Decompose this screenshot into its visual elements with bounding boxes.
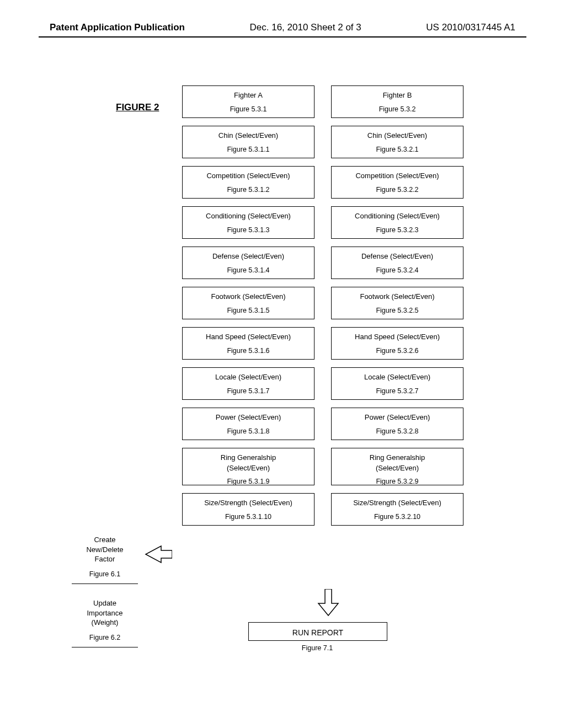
fighter-b-row-7-fig: Figure 5.3.2.7 <box>334 386 461 396</box>
fighter-a-row-7-fig: Figure 5.3.1.7 <box>185 386 312 396</box>
fighter-b-row-4-label: Defense (Select/Even) <box>334 251 461 262</box>
fighter-a-header-fig: Figure 5.3.1 <box>185 104 312 114</box>
side2-line3: (Weight) <box>72 618 138 628</box>
fighter-a-row-7: Locale (Select/Even)Figure 5.3.1.7 <box>182 367 315 400</box>
fighter-b-row-2: Competition (Select/Even)Figure 5.3.2.2 <box>331 166 463 199</box>
fighter-a-row-2: Competition (Select/Even)Figure 5.3.1.2 <box>182 166 315 199</box>
fighter-b-row-8-fig: Figure 5.3.2.8 <box>334 426 461 436</box>
side1-line3: Factor <box>72 554 138 564</box>
run-report-label: RUN REPORT <box>292 628 343 637</box>
fighter-a-row-9-label: Ring Generalship(Select/Even) <box>185 453 312 474</box>
fighter-a-row-3-label: Conditioning (Select/Even) <box>185 211 312 222</box>
fighter-a-row-10-label: Size/Strength (Select/Even) <box>185 498 312 508</box>
fighter-a-row-4-label: Defense (Select/Even) <box>185 251 312 262</box>
fighter-b-row-5-fig: Figure 5.3.2.5 <box>334 306 461 315</box>
side1-line2: New/Delete <box>72 545 138 555</box>
fighter-b-row-8: Power (Select/Even)Figure 5.3.2.8 <box>331 408 463 440</box>
fighter-b-row-3: Conditioning (Select/Even)Figure 5.3.2.3 <box>331 206 463 239</box>
fighter-a-row-6: Hand Speed (Select/Even)Figure 5.3.1.6 <box>182 327 315 360</box>
fighter-b-row-1: Chin (Select/Even)Figure 5.3.2.1 <box>331 126 463 158</box>
fighter-a-row-8-label: Power (Select/Even) <box>185 413 312 423</box>
header-right: US 2010/0317445 A1 <box>426 22 515 33</box>
arrow-left-icon <box>145 545 172 564</box>
fighter-b-row-2-fig: Figure 5.3.2.2 <box>334 185 461 195</box>
update-weight-box: Update Importance (Weight) Figure 6.2 <box>72 598 138 647</box>
fighter-b-row-10-label: Size/Strength (Select/Even) <box>334 498 461 508</box>
fighter-b-row-4-fig: Figure 5.3.2.4 <box>334 265 461 275</box>
run-report-figref: Figure 7.1 <box>248 644 386 652</box>
fighter-a-row-10: Size/Strength (Select/Even)Figure 5.3.1.… <box>182 493 315 526</box>
fighter-a-row-7-label: Locale (Select/Even) <box>185 372 312 383</box>
fighter-b-row-5: Footwork (Select/Even)Figure 5.3.2.5 <box>331 287 463 319</box>
fighter-b-row-7-label: Locale (Select/Even) <box>334 372 461 383</box>
fighter-b-row-7: Locale (Select/Even)Figure 5.3.2.7 <box>331 367 463 400</box>
side1-rule <box>72 584 138 584</box>
run-report-box: RUN REPORT <box>248 622 387 641</box>
fighter-b-row-10: Size/Strength (Select/Even)Figure 5.3.2.… <box>331 493 463 526</box>
fighter-b-row-2-label: Competition (Select/Even) <box>334 171 461 181</box>
arrow-down-icon <box>317 589 339 617</box>
fighter-b-row-6: Hand Speed (Select/Even)Figure 5.3.2.6 <box>331 327 463 360</box>
fighter-b-row-4: Defense (Select/Even)Figure 5.3.2.4 <box>331 247 463 279</box>
side1-line1: Create <box>72 535 138 545</box>
fighter-a-row-4-fig: Figure 5.3.1.4 <box>185 265 312 275</box>
fighter-a-row-1: Chin (Select/Even)Figure 5.3.1.1 <box>182 126 315 158</box>
header-rule <box>39 36 526 38</box>
fighter-a-column: Fighter AFigure 5.3.1Chin (Select/Even)F… <box>182 85 315 526</box>
figure-title: FIGURE 2 <box>116 102 159 113</box>
page-header: Patent Application Publication Dec. 16, … <box>0 0 565 33</box>
fighter-a-row-10-fig: Figure 5.3.1.10 <box>185 512 312 522</box>
fighter-a-row-8-fig: Figure 5.3.1.8 <box>185 426 312 436</box>
fighter-b-row-9: Ring Generalship(Select/Even)Figure 5.3.… <box>331 448 463 485</box>
fighter-b-row-6-fig: Figure 5.3.2.6 <box>334 346 461 356</box>
fighter-b-row-8-label: Power (Select/Even) <box>334 413 461 423</box>
fighter-a-row-1-label: Chin (Select/Even) <box>185 131 312 141</box>
create-delete-factor-box: Create New/Delete Factor Figure 6.1 <box>72 535 138 584</box>
fighter-b-row-5-label: Footwork (Select/Even) <box>334 292 461 302</box>
fighter-b-row-6-label: Hand Speed (Select/Even) <box>334 332 461 342</box>
fighter-b-row-3-fig: Figure 5.3.2.3 <box>334 225 461 235</box>
fighter-b-row-9-fig: Figure 5.3.2.9 <box>334 477 461 485</box>
fighter-b-column: Fighter BFigure 5.3.2Chin (Select/Even)F… <box>331 85 463 526</box>
fighter-b-row-10-fig: Figure 5.3.2.10 <box>334 512 461 522</box>
fighter-b-row-1-label: Chin (Select/Even) <box>334 131 461 141</box>
fighter-a-row-4: Defense (Select/Even)Figure 5.3.1.4 <box>182 247 315 279</box>
fighter-b-header-fig: Figure 5.3.2 <box>334 104 461 114</box>
fighter-a-row-5-fig: Figure 5.3.1.5 <box>185 306 312 315</box>
fighter-a-row-5: Footwork (Select/Even)Figure 5.3.1.5 <box>182 287 315 319</box>
fighter-a-row-3: Conditioning (Select/Even)Figure 5.3.1.3 <box>182 206 315 239</box>
fighter-b-header-box: Fighter BFigure 5.3.2 <box>331 85 463 118</box>
side2-figref: Figure 6.2 <box>72 633 138 643</box>
fighter-a-row-1-fig: Figure 5.3.1.1 <box>185 144 312 154</box>
fighter-a-header-title: Fighter A <box>185 90 312 101</box>
header-left: Patent Application Publication <box>50 22 185 33</box>
fighter-a-row-6-label: Hand Speed (Select/Even) <box>185 332 312 342</box>
fighter-a-row-9-fig: Figure 5.3.1.9 <box>185 477 312 485</box>
fighter-b-row-9-label: Ring Generalship(Select/Even) <box>334 453 461 474</box>
fighter-a-row-8: Power (Select/Even)Figure 5.3.1.8 <box>182 408 315 440</box>
columns: Fighter AFigure 5.3.1Chin (Select/Even)F… <box>182 85 463 526</box>
fighter-a-row-2-label: Competition (Select/Even) <box>185 171 312 181</box>
fighter-a-row-9: Ring Generalship(Select/Even)Figure 5.3.… <box>182 448 315 485</box>
fighter-b-row-3-label: Conditioning (Select/Even) <box>334 211 461 222</box>
side2-line1: Update <box>72 598 138 608</box>
side1-figref: Figure 6.1 <box>72 570 138 579</box>
side2-rule <box>72 647 138 647</box>
header-mid: Dec. 16, 2010 Sheet 2 of 3 <box>250 22 361 33</box>
fighter-a-row-3-fig: Figure 5.3.1.3 <box>185 225 312 235</box>
fighter-a-header-box: Fighter AFigure 5.3.1 <box>182 85 315 118</box>
fighter-a-row-6-fig: Figure 5.3.1.6 <box>185 346 312 356</box>
fighter-b-header-title: Fighter B <box>334 90 461 101</box>
fighter-a-row-2-fig: Figure 5.3.1.2 <box>185 185 312 195</box>
fighter-b-row-1-fig: Figure 5.3.2.1 <box>334 144 461 154</box>
fighter-a-row-5-label: Footwork (Select/Even) <box>185 292 312 302</box>
side2-line2: Importance <box>72 608 138 618</box>
